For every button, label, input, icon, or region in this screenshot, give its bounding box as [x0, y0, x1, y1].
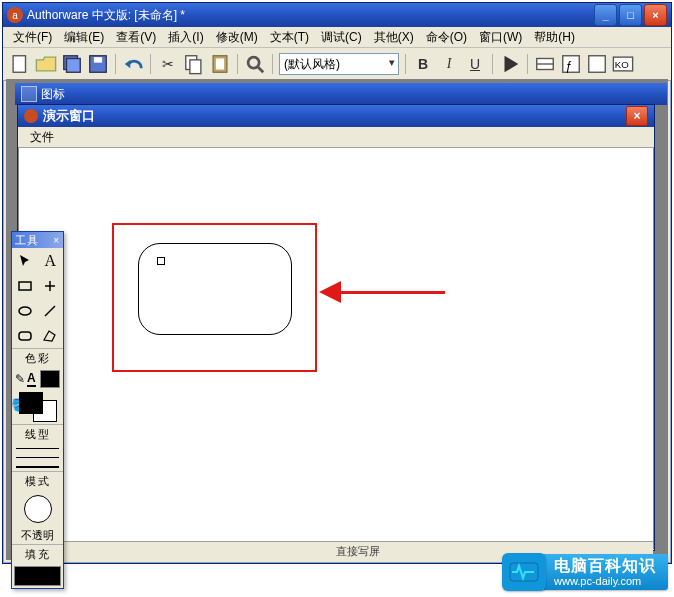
app-icon: a: [7, 7, 23, 23]
tb-bold-icon[interactable]: B: [412, 53, 434, 75]
menu-help[interactable]: 帮助(H): [528, 28, 581, 47]
svg-rect-8: [216, 59, 224, 70]
style-select[interactable]: (默认风格): [279, 53, 399, 75]
fg-color-swatch[interactable]: [19, 392, 43, 414]
svg-rect-2: [67, 59, 81, 73]
presentation-menu-file[interactable]: 文件: [24, 128, 60, 147]
presentation-canvas[interactable]: [18, 148, 654, 549]
tb-new-icon[interactable]: [9, 53, 31, 75]
app-title: Authorware 中文版: [未命名] *: [27, 7, 594, 24]
minimize-button[interactable]: _: [594, 4, 617, 26]
tool-rect-icon[interactable]: [12, 273, 38, 298]
svg-rect-18: [19, 282, 31, 290]
palette-section-color: 色彩: [12, 348, 63, 368]
tool-pointer-icon[interactable]: [12, 248, 38, 273]
presentation-window: 演示窗口 × 文件: [17, 104, 655, 551]
tb-italic-icon[interactable]: I: [438, 53, 460, 75]
tool-polygon-icon[interactable]: [38, 323, 64, 348]
tool-text-icon[interactable]: A: [38, 248, 64, 273]
menu-insert[interactable]: 插入(I): [162, 28, 209, 47]
line-weight-2[interactable]: [12, 453, 63, 462]
palette-section-mode: 模式: [12, 471, 63, 491]
presentation-title: 演示窗口: [43, 107, 626, 125]
tb-paste-icon[interactable]: [209, 53, 231, 75]
tb-undo-icon[interactable]: [122, 53, 144, 75]
titlebar[interactable]: a Authorware 中文版: [未命名] * _ □ ×: [3, 3, 671, 27]
tool-diagonal-line-icon[interactable]: [38, 298, 64, 323]
palette-section-line: 线型: [12, 424, 63, 444]
style-select-value: (默认风格): [284, 56, 340, 73]
window-controls: _ □ ×: [594, 4, 667, 26]
tool-palette-title: 工具: [15, 233, 53, 248]
mode-preview[interactable]: [12, 491, 63, 527]
app-window: a Authorware 中文版: [未命名] * _ □ × 文件(F) 编辑…: [2, 2, 672, 564]
svg-text:ƒ: ƒ: [566, 59, 573, 73]
tb-cut-icon[interactable]: ✂: [157, 53, 179, 75]
presentation-close-button[interactable]: ×: [626, 106, 648, 126]
maximize-button[interactable]: □: [619, 4, 642, 26]
text-color-letter: A: [27, 371, 36, 387]
presentation-titlebar[interactable]: 演示窗口 ×: [18, 105, 654, 127]
menu-edit[interactable]: 编辑(E): [58, 28, 110, 47]
menu-file[interactable]: 文件(F): [7, 28, 58, 47]
svg-rect-15: [589, 56, 606, 73]
watermark-line1: 电脑百科知识: [554, 557, 656, 575]
tb-knowledge-icon[interactable]: KO: [612, 53, 634, 75]
presentation-app-icon: [24, 109, 38, 123]
tb-variables-icon[interactable]: [586, 53, 608, 75]
icon-panel-title: 图标: [41, 86, 65, 103]
presentation-menubar: 文件: [18, 127, 654, 148]
tool-line-icon[interactable]: [38, 273, 64, 298]
watermark-line2: www.pc-daily.com: [554, 575, 656, 587]
main-toolbar: ✂ (默认风格) B I U ƒ KO: [3, 48, 671, 81]
mode-value: 不透明: [12, 527, 63, 544]
svg-point-21: [19, 307, 31, 315]
menu-modify[interactable]: 修改(M): [210, 28, 264, 47]
shape-corner-handle[interactable]: [157, 257, 165, 265]
fg-bg-swatches[interactable]: 🪣: [17, 392, 59, 422]
svg-rect-4: [94, 57, 102, 63]
tool-palette-titlebar[interactable]: 工具 ×: [12, 232, 63, 248]
tb-save-icon[interactable]: [87, 53, 109, 75]
watermark-badge: 电脑百科知识 www.pc-daily.com: [502, 553, 668, 591]
tool-rounded-rect-icon[interactable]: [12, 323, 38, 348]
menu-command[interactable]: 命令(O): [420, 28, 473, 47]
tb-save-all-icon[interactable]: [61, 53, 83, 75]
menu-window[interactable]: 窗口(W): [473, 28, 528, 47]
tb-copy-icon[interactable]: [183, 53, 205, 75]
tool-palette[interactable]: 工具 × A 色彩 ✎ A 🪣 线型 模式 不透明 填充: [11, 231, 64, 589]
palette-section-fill: 填充: [12, 544, 63, 564]
line-weight-1[interactable]: [12, 444, 63, 453]
menu-debug[interactable]: 调试(C): [315, 28, 368, 47]
watermark-text: 电脑百科知识 www.pc-daily.com: [540, 554, 668, 590]
tb-functions-icon[interactable]: ƒ: [560, 53, 582, 75]
annotation-arrow: [319, 281, 449, 305]
tb-find-icon[interactable]: [244, 53, 266, 75]
svg-rect-0: [13, 56, 25, 73]
close-button[interactable]: ×: [644, 4, 667, 26]
tb-control-panel-icon[interactable]: [534, 53, 556, 75]
icon-panel-icon: [21, 86, 37, 102]
pen-icon: ✎: [15, 372, 25, 386]
svg-text:KO: KO: [615, 59, 629, 70]
line-weight-3[interactable]: [12, 462, 63, 471]
menubar: 文件(F) 编辑(E) 查看(V) 插入(I) 修改(M) 文本(T) 调试(C…: [3, 27, 671, 48]
tb-play-icon[interactable]: [499, 53, 521, 75]
pen-color-row[interactable]: ✎ A: [12, 368, 63, 390]
fill-swatch[interactable]: [12, 564, 63, 588]
tb-underline-icon[interactable]: U: [464, 53, 486, 75]
svg-rect-23: [19, 332, 31, 340]
pen-color-swatch[interactable]: [40, 370, 60, 388]
tb-open-icon[interactable]: [35, 53, 57, 75]
menu-text[interactable]: 文本(T): [264, 28, 315, 47]
icon-panel-titlebar[interactable]: 图标: [15, 83, 667, 105]
tool-palette-close-button[interactable]: ×: [53, 235, 60, 246]
status-text: 直接写屏: [336, 544, 380, 559]
menu-view[interactable]: 查看(V): [110, 28, 162, 47]
svg-rect-6: [190, 60, 201, 74]
svg-line-10: [258, 67, 264, 73]
svg-point-9: [248, 57, 259, 68]
tool-ellipse-icon[interactable]: [12, 298, 38, 323]
menu-other[interactable]: 其他(X): [368, 28, 420, 47]
watermark-pulse-icon: [502, 553, 546, 591]
